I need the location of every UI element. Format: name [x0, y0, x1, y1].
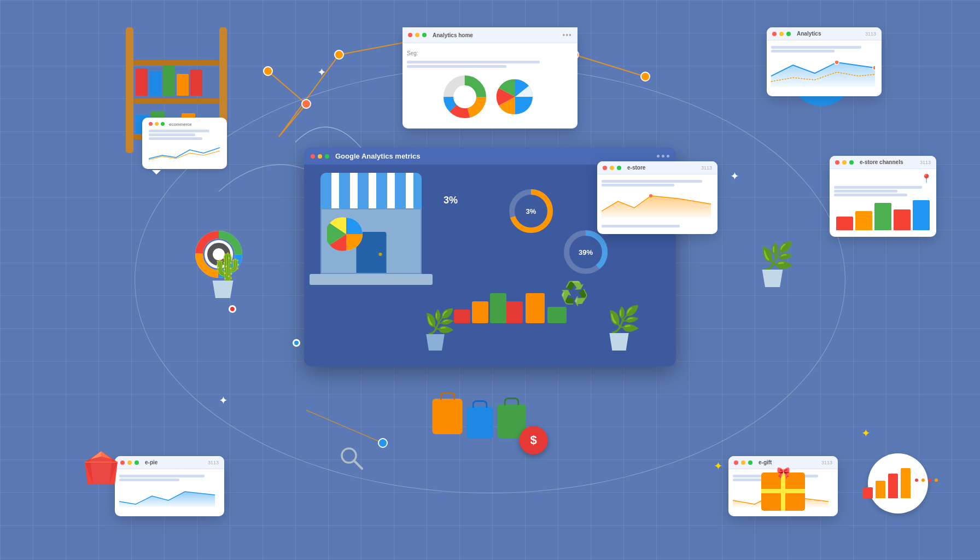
- cactus-area: 🌵: [211, 252, 244, 298]
- analytics-panel: Analytics home ••• Seg:: [402, 27, 578, 129]
- bottom-right-subtitle: 3113: [821, 460, 832, 465]
- right-mid-chart: [602, 190, 711, 220]
- right-mid-subtitle: 3113: [701, 165, 712, 171]
- bottom-left-panel: e-pie 3113: [115, 456, 224, 516]
- svg-marker-32: [602, 196, 711, 218]
- svg-marker-34: [119, 492, 215, 507]
- analytics-panel-title: Analytics home: [433, 32, 473, 38]
- main-panel-title: Google Analytics metrics: [335, 152, 421, 160]
- right-far-title: e-store channels: [860, 159, 903, 165]
- bottom-left-subtitle: 3113: [208, 460, 219, 465]
- donut-orange-progress: 3%: [506, 186, 556, 236]
- main-scene: ✦ ✦ ✦ ✦ ✦ ✦ ✦ ✦ ✦: [0, 0, 980, 560]
- svg-point-15: [454, 86, 476, 108]
- node-blue-bottom: [293, 339, 300, 347]
- plant-left: 🌿: [424, 310, 455, 351]
- sparkle-3: ✦: [730, 170, 739, 183]
- recycle-icon: ♻️: [560, 280, 588, 307]
- right-mid-panel: e-store 3113: [597, 161, 718, 234]
- right-far-subtitle: 3113: [920, 160, 931, 165]
- svg-point-19: [873, 66, 875, 70]
- top-right-chart: [771, 57, 875, 90]
- gift-bag: 🎀: [761, 472, 805, 511]
- analytics-subtitle: Seg:: [407, 50, 418, 56]
- sparkle-9: ✦: [317, 66, 326, 79]
- donut-chart-1: [443, 75, 487, 119]
- svg-marker-42: [90, 457, 112, 484]
- node-red-left: [229, 305, 236, 313]
- stat-3pct-left: 3%: [444, 195, 458, 206]
- plant-right: 🌿: [608, 307, 640, 351]
- location-icon: 📍: [921, 173, 932, 184]
- bottom-right-title: e-gift: [759, 459, 772, 465]
- store-pie: [327, 215, 365, 253]
- bottom-left-title: e-pie: [145, 459, 158, 465]
- gem-shape: [82, 448, 120, 492]
- pie-chart-2: [493, 75, 537, 119]
- speech-bubble-title: ecommerce: [169, 122, 192, 127]
- speech-bubble-panel: ecommerce: [142, 118, 227, 169]
- plant-right-scene: 🌿: [760, 241, 794, 287]
- sparkle-5: ✦: [861, 427, 871, 440]
- svg-line-37: [354, 460, 362, 469]
- top-right-subtitle: 3113: [865, 31, 876, 37]
- right-far-panel: e-store channels 3113 📍: [830, 156, 936, 237]
- sparkle-6: ✦: [219, 394, 228, 407]
- top-right-title: Analytics: [797, 31, 821, 37]
- right-mid-title: e-store: [627, 165, 645, 171]
- bottom-left-chart: [119, 485, 215, 510]
- progress-39-ring: 39%: [561, 228, 610, 277]
- sparkle-8: ✦: [714, 459, 723, 472]
- svg-point-18: [835, 60, 839, 65]
- progress-39-text: 39%: [579, 248, 593, 256]
- dollar-symbol: $: [530, 433, 536, 447]
- magnify-glass: [339, 446, 364, 472]
- shopping-bags-group: $: [433, 470, 548, 505]
- top-right-panel: Analytics 3113: [767, 27, 882, 96]
- progress-3pct-text: 3%: [526, 207, 536, 215]
- dollar-badge: $: [520, 426, 548, 454]
- svg-point-33: [649, 194, 652, 197]
- chart-circle: [868, 453, 928, 514]
